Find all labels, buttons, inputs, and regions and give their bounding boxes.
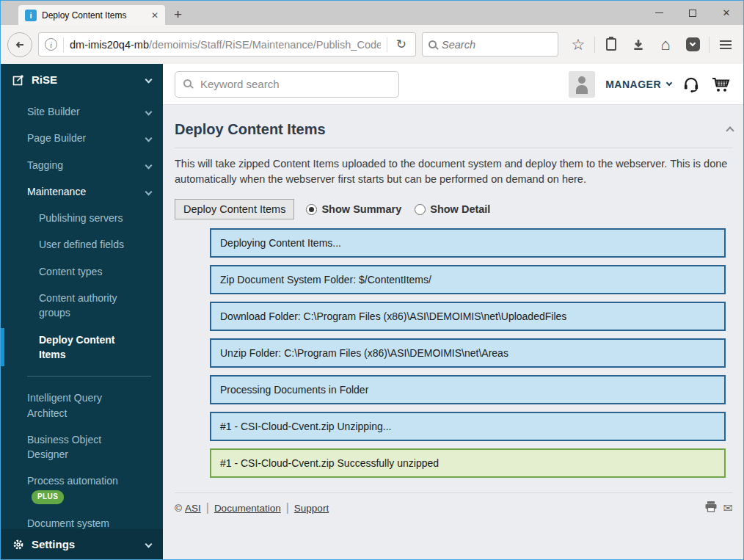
chevron-down-icon	[145, 161, 153, 169]
status-message: Zip Document System Folder: $/ContentIte…	[210, 265, 726, 294]
radio-group: Show Summary Show Detail	[306, 203, 490, 215]
browser-search-bar[interactable]	[422, 32, 558, 57]
sidebar-nav-item[interactable]: Intelligent Query Architect	[1, 385, 163, 426]
back-button[interactable]	[7, 32, 32, 57]
content-panel: Deploy Content Items This will take zipp…	[163, 105, 743, 559]
footer-links: ASI|Documentation|Support	[185, 501, 329, 514]
toolbar-separator	[594, 37, 595, 53]
footer-link[interactable]: Support	[294, 503, 329, 514]
menu-hamburger-icon[interactable]	[715, 34, 737, 56]
back-arrow-icon	[14, 39, 26, 51]
home-icon[interactable]: ⌂	[654, 34, 676, 56]
reload-icon[interactable]: ↻	[393, 37, 409, 52]
footer-separator: |	[286, 501, 289, 514]
browser-tab[interactable]: i Deploy Content Items ✕	[18, 5, 165, 25]
urlbar-divider	[387, 37, 387, 52]
bookmarks-list-icon[interactable]	[600, 34, 622, 56]
radio-option[interactable]: Show Summary	[306, 203, 401, 215]
status-message: #1 - CSI-Cloud-Cvent.zip Successfully un…	[210, 448, 726, 478]
email-icon[interactable]: ✉	[723, 501, 733, 515]
sidebar-nav-item[interactable]: Publishing servers	[1, 205, 163, 231]
app-area: RiSE Site Builder Page Builder Tagging M…	[1, 64, 743, 559]
page-info-icon[interactable]: i	[45, 38, 57, 51]
sidebar-nav-item[interactable]: Process automationPLUS	[1, 468, 163, 510]
sidebar-nav-item[interactable]: Content types	[1, 258, 163, 285]
search-icon	[183, 79, 192, 87]
url-bar[interactable]: i dm-imis20q4-mb/demoimis/Staff/RiSE/Mai…	[38, 32, 416, 57]
status-message-text: #1 - CSI-Cloud-Cvent.zip Unzipping...	[220, 421, 391, 432]
browser-window: i Deploy Content Items ✕ + ✕ i dm-imis20…	[0, 0, 744, 560]
status-message: Unzip Folder: C:\Program Files (x86)\ASI…	[210, 338, 726, 368]
sidebar-nav-item[interactable]: Page Builder	[1, 125, 163, 151]
sidebar-item-label: Page Builder	[27, 132, 86, 144]
status-message-text: Unzip Folder: C:\Program Files (x86)\ASI…	[220, 347, 508, 359]
downloads-icon[interactable]	[627, 34, 649, 56]
pocket-icon[interactable]	[682, 34, 704, 56]
sidebar-title: RiSE	[32, 73, 57, 86]
chevron-up-icon	[726, 126, 734, 134]
status-message-text: Deploying Content Items...	[220, 237, 341, 249]
chevron-down-icon	[666, 80, 672, 86]
sidebar: RiSE Site Builder Page Builder Tagging M…	[1, 64, 163, 559]
chevron-down-icon	[145, 135, 153, 142]
print-icon[interactable]	[704, 501, 718, 515]
app-top-bar: MANAGER	[163, 64, 743, 105]
close-button[interactable]: ✕	[710, 1, 743, 25]
sidebar-item-label: User defined fields	[39, 239, 124, 250]
sidebar-header-rise[interactable]: RiSE	[1, 64, 163, 94]
user-avatar[interactable]	[569, 71, 595, 98]
sidebar-item-label: Content authority groups	[39, 292, 117, 319]
tab-close-icon[interactable]: ✕	[151, 10, 158, 21]
url-path: /demoimis/Staff/RiSE/Maintenance/Publish…	[149, 39, 381, 51]
divider	[175, 492, 733, 493]
new-tab-button[interactable]: +	[174, 5, 182, 24]
sidebar-nav-item[interactable]: Site Builder	[1, 98, 163, 125]
sidebar-nav-item[interactable]: Maintenance	[1, 178, 163, 205]
tab-title: Deploy Content Items	[42, 10, 146, 21]
browser-search-input[interactable]	[442, 39, 552, 51]
bookmark-star-icon[interactable]: ☆	[567, 34, 589, 56]
user-menu[interactable]: MANAGER	[605, 79, 671, 90]
sidebar-item-label: Process automation	[27, 475, 118, 487]
user-name: MANAGER	[605, 79, 661, 90]
toolbar-separator	[709, 37, 710, 53]
support-headset-icon[interactable]	[682, 75, 701, 94]
sidebar-nav-item[interactable]: Deploy Content Items	[1, 327, 163, 368]
status-message-text: #1 - CSI-Cloud-Cvent.zip Successfully un…	[220, 457, 439, 469]
status-message: Deploying Content Items...	[210, 228, 726, 258]
sidebar-item-label: Business Object Designer	[27, 434, 101, 460]
url-text[interactable]: dm-imis20q4-mb/demoimis/Staff/RiSE/Maint…	[70, 39, 381, 51]
sidebar-nav-item[interactable]: Tagging	[1, 152, 163, 178]
divider	[175, 148, 733, 148]
sidebar-item-label: Document system	[27, 517, 109, 529]
toolbar-icons: ☆ ⌂	[567, 34, 737, 56]
sidebar-divider	[27, 376, 151, 377]
shopping-cart-icon[interactable]	[711, 75, 732, 94]
footer-separator: |	[206, 501, 209, 514]
footer-link[interactable]: Documentation	[214, 503, 281, 514]
title-bar: i Deploy Content Items ✕ + ✕	[1, 1, 743, 25]
footer-link[interactable]: ASI	[185, 503, 201, 514]
controls-row: Deploy Content Items Show Summary Show D…	[175, 199, 733, 219]
sidebar-item-settings[interactable]: Settings	[1, 529, 163, 559]
gear-icon	[12, 539, 24, 550]
radio-button-icon[interactable]	[306, 204, 317, 215]
sidebar-nav-item[interactable]: User defined fields	[1, 231, 163, 258]
radio-button-icon[interactable]	[415, 204, 426, 215]
radio-option[interactable]: Show Detail	[415, 203, 490, 215]
sidebar-item-label: Site Builder	[27, 106, 80, 117]
status-message: Download Folder: C:\Program Files (x86)\…	[210, 302, 726, 331]
sidebar-nav-item[interactable]: Business Object Designer	[1, 426, 163, 468]
sidebar-nav-item[interactable]: Content authority groups	[1, 285, 163, 327]
status-message-text: Download Folder: C:\Program Files (x86)\…	[220, 310, 566, 322]
page-description: This will take zipped Content Items uplo…	[175, 156, 733, 187]
search-icon	[428, 40, 437, 48]
deploy-content-items-button[interactable]: Deploy Content Items	[175, 199, 294, 219]
chevron-down-icon	[145, 109, 153, 116]
keyword-search-input[interactable]	[175, 71, 399, 98]
panel-collapse-button[interactable]	[727, 123, 733, 137]
maximize-button[interactable]	[676, 1, 710, 25]
status-message: #1 - CSI-Cloud-Cvent.zip Unzipping...	[210, 412, 726, 441]
minimize-button[interactable]	[642, 1, 676, 25]
sidebar-item-label: Tagging	[27, 159, 63, 171]
